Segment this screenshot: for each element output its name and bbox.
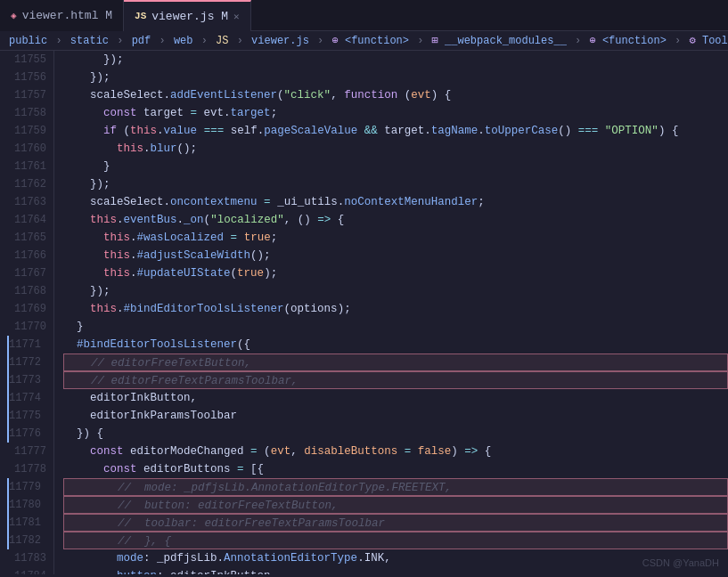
line-num-11768: 11768 bbox=[7, 282, 46, 300]
line-num-11763: 11763 bbox=[7, 193, 46, 211]
line-num-11784: 11784 bbox=[7, 567, 46, 574]
code-line-11780: // button: editorFreeTextButton, bbox=[63, 496, 728, 514]
line-num-11779: 11779 bbox=[7, 478, 46, 496]
code-line-11761: } bbox=[63, 158, 728, 175]
line-num-11761: 11761 bbox=[7, 158, 46, 175]
code-line-11756: }); bbox=[63, 69, 728, 86]
code-line-11755: }); bbox=[63, 51, 728, 69]
line-num-11780: 11780 bbox=[7, 496, 46, 514]
line-num-11777: 11777 bbox=[7, 443, 46, 460]
line-num-11756: 11756 bbox=[7, 69, 46, 86]
line-num-11776: 11776 bbox=[7, 425, 46, 443]
code-line-11768: }); bbox=[63, 282, 728, 300]
line-num-11772: 11772 bbox=[7, 354, 46, 371]
line-num-11767: 11767 bbox=[7, 264, 46, 282]
code-line-11774: editorInkButton, bbox=[63, 389, 728, 407]
code-line-11760: this.blur(); bbox=[63, 140, 728, 158]
tab-label-js: viewer.js M bbox=[151, 10, 228, 23]
code-line-11777: const editorModeChanged = (evt, disableB… bbox=[63, 443, 728, 460]
tab-label-html: viewer.html M bbox=[22, 9, 112, 22]
code-line-11767: this.#updateUIState(true); bbox=[63, 264, 728, 282]
line-num-11773: 11773 bbox=[7, 371, 46, 389]
breadcrumb: public › static › pdf › web › JS › viewe… bbox=[0, 31, 728, 51]
code-line-11782: // }, { bbox=[63, 532, 728, 549]
tab-bar: ◈ viewer.html M JS viewer.js M ✕ bbox=[0, 0, 728, 31]
line-num-11781: 11781 bbox=[7, 514, 46, 532]
js-icon: JS bbox=[135, 11, 146, 21]
code-line-11772: // editorFreeTextButton, bbox=[63, 354, 728, 371]
code-area[interactable]: }); }); scaleSelect.addEventListener("cl… bbox=[54, 51, 728, 574]
watermark: CSDN @YanaDH bbox=[642, 557, 719, 568]
line-num-11775: 11775 bbox=[7, 407, 46, 425]
code-line-11781: // toolbar: editorFreeTextParamsToolbar bbox=[63, 514, 728, 532]
code-line-11778: const editorButtons = [{ bbox=[63, 460, 728, 478]
line-num-11769: 11769 bbox=[7, 300, 46, 318]
tab-viewer-js[interactable]: JS viewer.js M ✕ bbox=[124, 0, 251, 31]
code-line-11771: #bindEditorToolsListener({ bbox=[63, 336, 728, 354]
line-num-11762: 11762 bbox=[7, 175, 46, 193]
code-line-11766: this.#adjustScaleWidth(); bbox=[63, 247, 728, 264]
code-line-11759: if (this.value === self.pageScaleValue &… bbox=[63, 122, 728, 140]
line-num-11770: 11770 bbox=[7, 318, 46, 336]
line-num-11765: 11765 bbox=[7, 229, 46, 247]
code-line-11758: const target = evt.target; bbox=[63, 104, 728, 122]
line-num-11766: 11766 bbox=[7, 247, 46, 264]
line-num-11764: 11764 bbox=[7, 211, 46, 229]
line-num-11774: 11774 bbox=[7, 389, 46, 407]
code-line-11763: scaleSelect.oncontextmenu = _ui_utils.no… bbox=[63, 193, 728, 211]
line-num-11782: 11782 bbox=[7, 532, 46, 549]
code-line-11762: }); bbox=[63, 175, 728, 193]
line-num-11783: 11783 bbox=[7, 549, 46, 567]
line-num-11771: 11771 bbox=[7, 336, 46, 354]
code-line-11769: this.#bindEditorToolsListener(options); bbox=[63, 300, 728, 318]
tab-viewer-html[interactable]: ◈ viewer.html M bbox=[0, 0, 124, 31]
line-num-11755: 11755 bbox=[7, 51, 46, 69]
line-numbers: 11755 11756 11757 11758 11759 11760 1176… bbox=[0, 51, 54, 574]
line-num-11757: 11757 bbox=[7, 86, 46, 104]
code-line-11783: mode: _pdfjsLib.AnnotationEditorType.INK… bbox=[63, 549, 728, 567]
code-line-11784: button: editorInkButton, bbox=[63, 567, 728, 574]
editor: 11755 11756 11757 11758 11759 11760 1176… bbox=[0, 51, 728, 574]
code-line-11765: this.#wasLocalized = true; bbox=[63, 229, 728, 247]
tab-close-icon[interactable]: ✕ bbox=[233, 11, 240, 22]
line-num-11758: 11758 bbox=[7, 104, 46, 122]
code-line-11757: scaleSelect.addEventListener("click", fu… bbox=[63, 86, 728, 104]
code-line-11773: // editorFreeTextParamsToolbar, bbox=[63, 371, 728, 389]
code-line-11764: this.eventBus._on("localized", () => { bbox=[63, 211, 728, 229]
code-line-11776: }) { bbox=[63, 425, 728, 443]
code-line-11770: } bbox=[63, 318, 728, 336]
line-num-11778: 11778 bbox=[7, 460, 46, 478]
html-icon: ◈ bbox=[11, 10, 17, 21]
code-line-11775: editorInkParamsToolbar bbox=[63, 407, 728, 425]
line-num-11760: 11760 bbox=[7, 140, 46, 158]
code-line-11779: // mode: _pdfjsLib.AnnotationEditorType.… bbox=[63, 478, 728, 496]
line-num-11759: 11759 bbox=[7, 122, 46, 140]
